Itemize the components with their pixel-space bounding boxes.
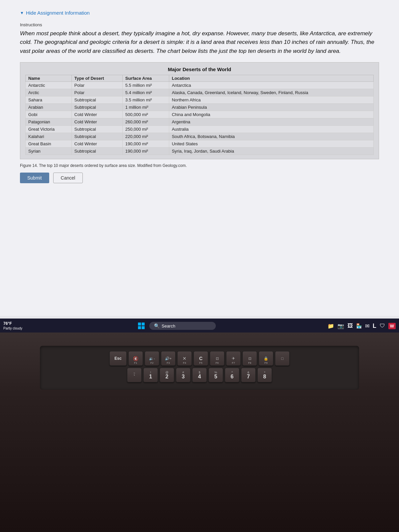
table-cell-5-2: 260,000 mi²	[122, 118, 169, 126]
table-cell-8-1: Cold Winter	[71, 140, 122, 148]
table-cell-1-2: 5.4 million mi²	[122, 89, 169, 96]
taskbar-camera-icon[interactable]: 📷	[337, 323, 344, 329]
taskbar-right: 📁 📷 🖼 🏪 ✉ L 🛡 W	[328, 323, 396, 330]
key-backtick[interactable]: ~ `	[127, 368, 142, 382]
key-f7[interactable]: ✈ F7	[226, 351, 241, 366]
keyboard-bezel: Esc 🔇 F1 🔉- F2 🔊+ F3 ✕ F4 C F5	[40, 346, 359, 390]
taskbar: 76°F Partly cloudy 🔍 Search 📁	[0, 319, 399, 332]
col-location: Location	[169, 75, 373, 82]
key-f2[interactable]: 🔉- F2	[145, 351, 159, 366]
table-row: Great BasinCold Winter190,000 mi²United …	[26, 140, 374, 148]
table-cell-1-1: Polar	[71, 89, 122, 96]
taskbar-left: 76°F Partly cloudy	[3, 321, 25, 331]
table-cell-3-1: Subtropical	[71, 104, 122, 111]
key-f9[interactable]: 🔒 F9	[259, 351, 273, 366]
key-1[interactable]: ! 1	[143, 368, 158, 382]
taskbar-store-icon[interactable]: 🏪	[356, 323, 362, 329]
taskbar-shield-icon[interactable]: 🛡	[380, 323, 385, 329]
table-cell-2-1: Subtropical	[71, 96, 122, 104]
arrow-icon: ▼	[20, 11, 24, 15]
taskbar-center: 🔍 Search	[25, 321, 327, 331]
table-cell-7-3: South Africa, Botswana, Namibia	[169, 133, 373, 140]
cancel-button[interactable]: Cancel	[53, 173, 83, 183]
weather-info: 76°F Partly cloudy	[3, 321, 22, 331]
table-cell-0-0: Antarctic	[26, 82, 72, 89]
table-cell-7-2: 220,000 mi²	[122, 133, 169, 140]
keyboard-area: Esc 🔇 F1 🔉- F2 🔊+ F3 ✕ F4 C F5	[0, 332, 399, 532]
table-cell-9-3: Syria, Iraq, Jordan, Saudi Arabia	[169, 148, 373, 155]
key-f10[interactable]: □	[275, 351, 290, 366]
hide-assignment-toggle[interactable]: ▼ Hide Assignment Information	[20, 10, 379, 16]
key-3[interactable]: # 3	[176, 368, 191, 382]
key-7[interactable]: & 7	[241, 368, 256, 382]
table-cell-0-3: Antarctica	[169, 82, 373, 89]
table-cell-2-3: Northern Africa	[169, 96, 373, 104]
table-cell-0-1: Polar	[71, 82, 122, 89]
table-cell-8-2: 190,000 mi²	[122, 140, 169, 148]
taskbar-w-icon[interactable]: W	[388, 323, 396, 329]
taskbar-explorer-icon[interactable]: 📁	[328, 323, 334, 329]
key-8[interactable]: * 8	[257, 368, 272, 382]
deserts-table: Name Type of Desert Surface Area Locatio…	[25, 75, 374, 155]
search-bar[interactable]: 🔍 Search	[149, 322, 216, 330]
key-2[interactable]: @ 2	[160, 368, 174, 382]
table-row: GobiCold Winter500,000 mi²China and Mong…	[26, 111, 374, 118]
number-key-row: ~ ` ! 1 @ 2 # 3 $ 4 % 5	[45, 368, 354, 382]
content-area: ▼ Hide Assignment Information Instructio…	[0, 0, 399, 316]
col-area: Surface Area	[122, 75, 169, 82]
table-cell-3-3: Arabian Peninsula	[169, 104, 373, 111]
weather-condition: Partly cloudy	[3, 326, 22, 331]
table-cell-1-0: Arctic	[26, 89, 72, 96]
table-cell-4-2: 500,000 mi²	[122, 111, 169, 118]
col-type: Type of Desert	[71, 75, 122, 82]
weather-temp: 76°F	[3, 321, 22, 327]
table-row: ArcticPolar5.4 million mi²Alaska, Canada…	[26, 89, 374, 96]
key-f8[interactable]: ⊡ F8	[242, 351, 257, 366]
table-cell-5-3: Argentina	[169, 118, 373, 126]
table-row: SaharaSubtropical3.5 million mi²Northern…	[26, 96, 374, 104]
key-f1[interactable]: 🔇 F1	[128, 351, 143, 366]
table-container: Major Deserts of the World Name Type of …	[20, 62, 379, 159]
table-row: PatagonianCold Winter260,000 mi²Argentin…	[26, 118, 374, 126]
col-name: Name	[26, 75, 72, 82]
key-f4[interactable]: ✕ F4	[177, 351, 192, 366]
table-cell-8-0: Great Basin	[26, 140, 72, 148]
table-cell-7-0: Kalahari	[26, 133, 72, 140]
table-cell-4-1: Cold Winter	[71, 111, 122, 118]
instructions-text: When most people think about a desert, t…	[20, 29, 379, 56]
table-cell-9-1: Subtropical	[71, 148, 122, 155]
search-icon: 🔍	[154, 323, 160, 329]
table-cell-5-1: Cold Winter	[71, 118, 122, 126]
table-cell-1-3: Alaska, Canada, Greenland, Iceland, Norw…	[169, 89, 373, 96]
table-cell-3-2: 1 million mi²	[122, 104, 169, 111]
taskbar-photos-icon[interactable]: 🖼	[347, 323, 353, 329]
key-f3[interactable]: 🔊+ F3	[161, 351, 176, 366]
figure-caption: Figure 14. The top 10 major deserts orde…	[20, 163, 379, 168]
key-5[interactable]: % 5	[208, 368, 223, 382]
table-cell-6-0: Great Victoria	[26, 126, 72, 133]
table-cell-5-0: Patagonian	[26, 118, 72, 126]
key-4[interactable]: $ 4	[192, 368, 207, 382]
button-row: Submit Cancel	[20, 173, 379, 183]
key-f5[interactable]: C F5	[194, 351, 208, 366]
table-cell-4-0: Gobi	[26, 111, 72, 118]
table-cell-6-3: Australia	[169, 126, 373, 133]
taskbar-mail-icon[interactable]: ✉	[365, 323, 369, 329]
key-f6[interactable]: ⊡ F6	[210, 351, 224, 366]
table-cell-6-2: 250,000 mi²	[122, 126, 169, 133]
submit-button[interactable]: Submit	[20, 173, 49, 183]
table-cell-9-0: Syrian	[26, 148, 72, 155]
fn-key-row: Esc 🔇 F1 🔉- F2 🔊+ F3 ✕ F4 C F5	[45, 351, 354, 366]
taskbar-l-icon[interactable]: L	[373, 323, 376, 330]
windows-logo[interactable]	[137, 321, 146, 331]
table-cell-9-2: 190,000 mi²	[122, 148, 169, 155]
table-cell-8-3: United States	[169, 140, 373, 148]
table-cell-4-3: China and Mongolia	[169, 111, 373, 118]
search-bar-text[interactable]: Search	[162, 324, 175, 329]
key-esc[interactable]: Esc	[109, 351, 127, 366]
key-6[interactable]: ^ 6	[225, 368, 239, 382]
table-cell-2-2: 3.5 million mi²	[122, 96, 169, 104]
table-cell-7-1: Subtropical	[71, 133, 122, 140]
table-cell-0-2: 5.5 million mi²	[122, 82, 169, 89]
table-row: ArabianSubtropical1 million mi²Arabian P…	[26, 104, 374, 111]
